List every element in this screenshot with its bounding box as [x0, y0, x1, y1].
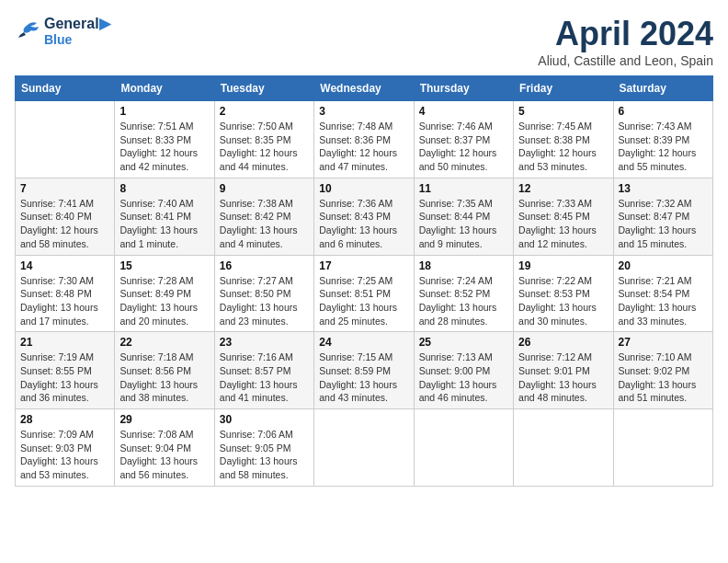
day-info: Sunrise: 7:25 AM Sunset: 8:51 PM Dayligh… [319, 274, 408, 328]
day-cell: 28Sunrise: 7:09 AM Sunset: 9:03 PM Dayli… [16, 409, 115, 487]
weekday-header-monday: Monday [115, 76, 214, 101]
day-number: 18 [419, 259, 508, 272]
day-info: Sunrise: 7:43 AM Sunset: 8:39 PM Dayligh… [619, 120, 708, 174]
day-info: Sunrise: 7:18 AM Sunset: 8:56 PM Dayligh… [119, 350, 209, 405]
day-cell: 21Sunrise: 7:19 AM Sunset: 8:55 PM Dayli… [16, 332, 115, 409]
day-number: 6 [619, 105, 708, 118]
day-info: Sunrise: 7:32 AM Sunset: 8:47 PM Dayligh… [619, 197, 708, 251]
calendar-title: April 2024 [538, 15, 713, 53]
day-number: 17 [319, 259, 408, 272]
day-info: Sunrise: 7:35 AM Sunset: 8:44 PM Dayligh… [419, 197, 508, 251]
day-number: 25 [419, 336, 508, 349]
day-cell: 25Sunrise: 7:13 AM Sunset: 9:00 PM Dayli… [414, 332, 513, 409]
calendar-table: SundayMondayTuesdayWednesdayThursdayFrid… [15, 75, 713, 487]
logo: General▶ Blue [15, 15, 110, 47]
day-cell: 30Sunrise: 7:06 AM Sunset: 9:05 PM Dayli… [214, 409, 313, 487]
weekday-header-sunday: Sunday [16, 76, 115, 101]
day-cell: 14Sunrise: 7:30 AM Sunset: 8:48 PM Dayli… [16, 255, 115, 332]
day-cell: 7Sunrise: 7:41 AM Sunset: 8:40 PM Daylig… [16, 178, 115, 255]
day-cell: 15Sunrise: 7:28 AM Sunset: 8:49 PM Dayli… [115, 255, 214, 332]
day-number: 28 [20, 413, 109, 426]
day-cell [16, 101, 115, 178]
day-number: 15 [119, 259, 209, 272]
day-cell: 20Sunrise: 7:21 AM Sunset: 8:54 PM Dayli… [613, 255, 712, 332]
day-cell [514, 409, 613, 487]
day-cell: 18Sunrise: 7:24 AM Sunset: 8:52 PM Dayli… [414, 255, 513, 332]
week-row-2: 7Sunrise: 7:41 AM Sunset: 8:40 PM Daylig… [16, 178, 713, 255]
day-info: Sunrise: 7:51 AM Sunset: 8:33 PM Dayligh… [119, 120, 209, 174]
day-number: 19 [518, 259, 608, 272]
week-row-4: 21Sunrise: 7:19 AM Sunset: 8:55 PM Dayli… [16, 332, 713, 409]
day-cell [314, 409, 414, 487]
day-info: Sunrise: 7:48 AM Sunset: 8:36 PM Dayligh… [319, 120, 408, 174]
day-info: Sunrise: 7:41 AM Sunset: 8:40 PM Dayligh… [20, 197, 109, 251]
weekday-header-thursday: Thursday [414, 76, 513, 101]
day-cell: 2Sunrise: 7:50 AM Sunset: 8:35 PM Daylig… [214, 101, 313, 178]
day-cell: 10Sunrise: 7:36 AM Sunset: 8:43 PM Dayli… [314, 178, 414, 255]
day-info: Sunrise: 7:13 AM Sunset: 9:00 PM Dayligh… [419, 350, 508, 405]
day-cell [613, 409, 712, 487]
day-info: Sunrise: 7:22 AM Sunset: 8:53 PM Dayligh… [518, 274, 608, 328]
day-number: 11 [419, 182, 508, 195]
week-row-5: 28Sunrise: 7:09 AM Sunset: 9:03 PM Dayli… [16, 409, 713, 487]
day-cell: 5Sunrise: 7:45 AM Sunset: 8:38 PM Daylig… [514, 101, 613, 178]
day-cell: 29Sunrise: 7:08 AM Sunset: 9:04 PM Dayli… [115, 409, 214, 487]
day-cell: 3Sunrise: 7:48 AM Sunset: 8:36 PM Daylig… [314, 101, 414, 178]
day-number: 14 [20, 259, 109, 272]
day-info: Sunrise: 7:30 AM Sunset: 8:48 PM Dayligh… [20, 274, 109, 328]
day-number: 23 [220, 336, 309, 349]
day-cell: 19Sunrise: 7:22 AM Sunset: 8:53 PM Dayli… [514, 255, 613, 332]
day-cell: 4Sunrise: 7:46 AM Sunset: 8:37 PM Daylig… [414, 101, 513, 178]
day-cell: 24Sunrise: 7:15 AM Sunset: 8:59 PM Dayli… [314, 332, 414, 409]
week-row-3: 14Sunrise: 7:30 AM Sunset: 8:48 PM Dayli… [16, 255, 713, 332]
day-number: 16 [220, 259, 309, 272]
weekday-header-saturday: Saturday [613, 76, 712, 101]
title-block: April 2024 Aliud, Castille and Leon, Spa… [538, 15, 713, 68]
day-number: 4 [419, 105, 508, 118]
day-number: 30 [220, 413, 309, 426]
day-cell: 1Sunrise: 7:51 AM Sunset: 8:33 PM Daylig… [115, 101, 214, 178]
day-info: Sunrise: 7:50 AM Sunset: 8:35 PM Dayligh… [220, 120, 309, 174]
day-number: 2 [220, 105, 309, 118]
day-number: 21 [20, 336, 109, 349]
day-info: Sunrise: 7:09 AM Sunset: 9:03 PM Dayligh… [20, 428, 109, 482]
day-info: Sunrise: 7:36 AM Sunset: 8:43 PM Dayligh… [319, 197, 408, 251]
day-cell: 8Sunrise: 7:40 AM Sunset: 8:41 PM Daylig… [115, 178, 214, 255]
day-info: Sunrise: 7:06 AM Sunset: 9:05 PM Dayligh… [220, 428, 309, 482]
day-number: 8 [119, 182, 209, 195]
day-cell: 22Sunrise: 7:18 AM Sunset: 8:56 PM Dayli… [115, 332, 214, 409]
day-cell: 26Sunrise: 7:12 AM Sunset: 9:01 PM Dayli… [514, 332, 613, 409]
day-number: 22 [119, 336, 209, 349]
day-info: Sunrise: 7:45 AM Sunset: 8:38 PM Dayligh… [518, 120, 608, 174]
day-info: Sunrise: 7:15 AM Sunset: 8:59 PM Dayligh… [319, 350, 408, 405]
day-number: 5 [518, 105, 608, 118]
week-row-1: 1Sunrise: 7:51 AM Sunset: 8:33 PM Daylig… [16, 101, 713, 178]
day-info: Sunrise: 7:38 AM Sunset: 8:42 PM Dayligh… [220, 197, 309, 251]
day-cell: 23Sunrise: 7:16 AM Sunset: 8:57 PM Dayli… [214, 332, 313, 409]
day-cell: 11Sunrise: 7:35 AM Sunset: 8:44 PM Dayli… [414, 178, 513, 255]
day-number: 7 [20, 182, 109, 195]
weekday-header-wednesday: Wednesday [314, 76, 414, 101]
day-number: 27 [619, 336, 708, 349]
day-cell: 27Sunrise: 7:10 AM Sunset: 9:02 PM Dayli… [613, 332, 712, 409]
day-number: 12 [518, 182, 608, 195]
day-number: 26 [518, 336, 608, 349]
day-info: Sunrise: 7:46 AM Sunset: 8:37 PM Dayligh… [419, 120, 508, 174]
day-cell: 13Sunrise: 7:32 AM Sunset: 8:47 PM Dayli… [613, 178, 712, 255]
day-number: 3 [319, 105, 408, 118]
day-number: 20 [619, 259, 708, 272]
day-number: 10 [319, 182, 408, 195]
day-info: Sunrise: 7:08 AM Sunset: 9:04 PM Dayligh… [119, 428, 209, 482]
day-info: Sunrise: 7:40 AM Sunset: 8:41 PM Dayligh… [119, 197, 209, 251]
day-info: Sunrise: 7:27 AM Sunset: 8:50 PM Dayligh… [220, 274, 309, 328]
logo-text: General▶ Blue [44, 15, 110, 47]
day-info: Sunrise: 7:10 AM Sunset: 9:02 PM Dayligh… [619, 350, 708, 405]
day-cell: 12Sunrise: 7:33 AM Sunset: 8:45 PM Dayli… [514, 178, 613, 255]
day-info: Sunrise: 7:16 AM Sunset: 8:57 PM Dayligh… [220, 350, 309, 405]
day-info: Sunrise: 7:21 AM Sunset: 8:54 PM Dayligh… [619, 274, 708, 328]
weekday-header-row: SundayMondayTuesdayWednesdayThursdayFrid… [16, 76, 713, 101]
day-info: Sunrise: 7:24 AM Sunset: 8:52 PM Dayligh… [419, 274, 508, 328]
day-number: 13 [619, 182, 708, 195]
day-info: Sunrise: 7:19 AM Sunset: 8:55 PM Dayligh… [20, 350, 109, 405]
day-number: 1 [119, 105, 209, 118]
